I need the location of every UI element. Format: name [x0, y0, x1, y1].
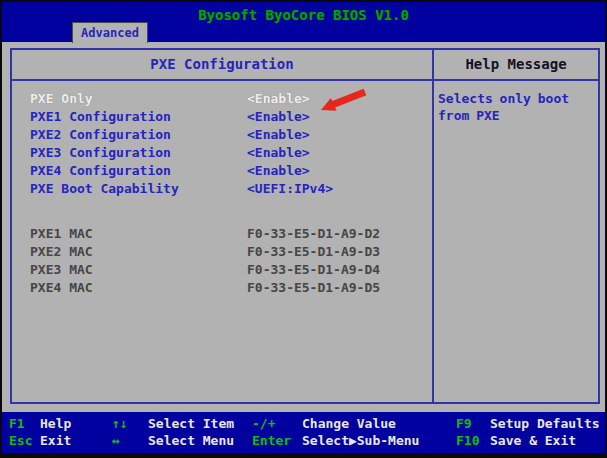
options-column: PXE Configuration PXE Only <Enable> PXE1…: [12, 50, 432, 402]
keyhint-label: Change Value: [302, 415, 396, 432]
titlebar: Byosoft ByoCore BIOS V1.0 Advanced: [2, 2, 605, 42]
keyhint-label: Help: [40, 415, 71, 432]
list-gap: [12, 198, 432, 225]
help-header: Help Message: [434, 50, 598, 81]
keyhint-label: Exit: [40, 432, 71, 449]
keyhint-save-exit: F10 Save & Exit: [448, 432, 605, 449]
info-value: F0-33-E5-D1-A9-D4: [247, 261, 380, 279]
option-pxe2-configuration[interactable]: PXE2 Configuration <Enable>: [12, 126, 432, 144]
option-value[interactable]: <Enable>: [247, 126, 310, 144]
key-f10: F10: [456, 432, 490, 449]
main-panel: PXE Configuration PXE Only <Enable> PXE1…: [10, 48, 600, 404]
info-value: F0-33-E5-D1-A9-D5: [247, 279, 380, 297]
help-text: Selects only boot from PXE: [434, 81, 598, 124]
option-value[interactable]: <Enable>: [247, 108, 310, 126]
option-pxe-boot-capability[interactable]: PXE Boot Capability <UEFI:IPv4>: [12, 180, 432, 198]
keyhint-exit: Esc Exit: [2, 432, 112, 449]
keyhint-label: Select▶Sub-Menu: [302, 432, 419, 449]
bios-title: Byosoft ByoCore BIOS V1.0: [2, 7, 605, 23]
keyhint-select-menu: ↔ Select Menu: [112, 432, 252, 449]
keyhint-label: Save & Exit: [490, 432, 576, 449]
keyhint-label: Setup Defaults: [490, 415, 600, 432]
info-pxe2-mac: PXE2 MAC F0-33-E5-D1-A9-D3: [12, 243, 432, 261]
key-leftright-arrows: ↔: [112, 432, 148, 449]
key-f1: F1: [9, 415, 40, 432]
info-pxe3-mac: PXE3 MAC F0-33-E5-D1-A9-D4: [12, 261, 432, 279]
keyhint-select-item: ↑↓ Select Item: [112, 415, 252, 432]
info-value: F0-33-E5-D1-A9-D2: [247, 225, 380, 243]
key-f9: F9: [456, 415, 490, 432]
option-label: PXE1 Configuration: [30, 108, 247, 126]
keyhint-setup-defaults: F9 Setup Defaults: [448, 415, 605, 432]
option-pxe1-configuration[interactable]: PXE1 Configuration <Enable>: [12, 108, 432, 126]
option-label: PXE2 Configuration: [30, 126, 247, 144]
option-value[interactable]: <UEFI:IPv4>: [247, 180, 333, 198]
option-label: PXE4 Configuration: [30, 162, 247, 180]
help-column: Help Message Selects only boot from PXE: [432, 50, 598, 402]
option-value[interactable]: <Enable>: [247, 144, 310, 162]
option-label: PXE Only: [30, 90, 247, 108]
keyhint-help: F1 Help: [2, 415, 112, 432]
panel-title: PXE Configuration: [12, 50, 432, 81]
option-pxe-only[interactable]: PXE Only <Enable>: [12, 90, 432, 108]
info-value: F0-33-E5-D1-A9-D3: [247, 243, 380, 261]
key-enter: Enter: [252, 432, 302, 449]
option-label: PXE Boot Capability: [30, 180, 247, 198]
info-label: PXE3 MAC: [30, 261, 247, 279]
key-updown-arrows: ↑↓: [112, 415, 148, 432]
keyhint-label: Select Menu: [148, 432, 234, 449]
option-label: PXE3 Configuration: [30, 144, 247, 162]
tab-advanced[interactable]: Advanced: [72, 22, 148, 43]
bios-screen: Byosoft ByoCore BIOS V1.0 Advanced PXE C…: [0, 0, 607, 458]
red-arrow-annotation: [319, 86, 369, 114]
key-esc: Esc: [9, 432, 40, 449]
info-label: PXE2 MAC: [30, 243, 247, 261]
keyhint-change-value: -/+ Change Value: [252, 415, 448, 432]
option-value[interactable]: <Enable>: [247, 90, 310, 108]
keyhint-label: Select Item: [148, 415, 234, 432]
options-list: PXE Only <Enable> PXE1 Configuration <En…: [12, 81, 432, 297]
info-label: PXE1 MAC: [30, 225, 247, 243]
info-pxe1-mac: PXE1 MAC F0-33-E5-D1-A9-D2: [12, 225, 432, 243]
option-pxe3-configuration[interactable]: PXE3 Configuration <Enable>: [12, 144, 432, 162]
info-pxe4-mac: PXE4 MAC F0-33-E5-D1-A9-D5: [12, 279, 432, 297]
option-value[interactable]: <Enable>: [247, 162, 310, 180]
key-minus-plus: -/+: [252, 415, 302, 432]
key-hints-bar: F1 Help ↑↓ Select Item -/+ Change Value …: [2, 412, 605, 453]
keyhint-select-submenu: Enter Select▶Sub-Menu: [252, 432, 448, 449]
info-label: PXE4 MAC: [30, 279, 247, 297]
option-pxe4-configuration[interactable]: PXE4 Configuration <Enable>: [12, 162, 432, 180]
